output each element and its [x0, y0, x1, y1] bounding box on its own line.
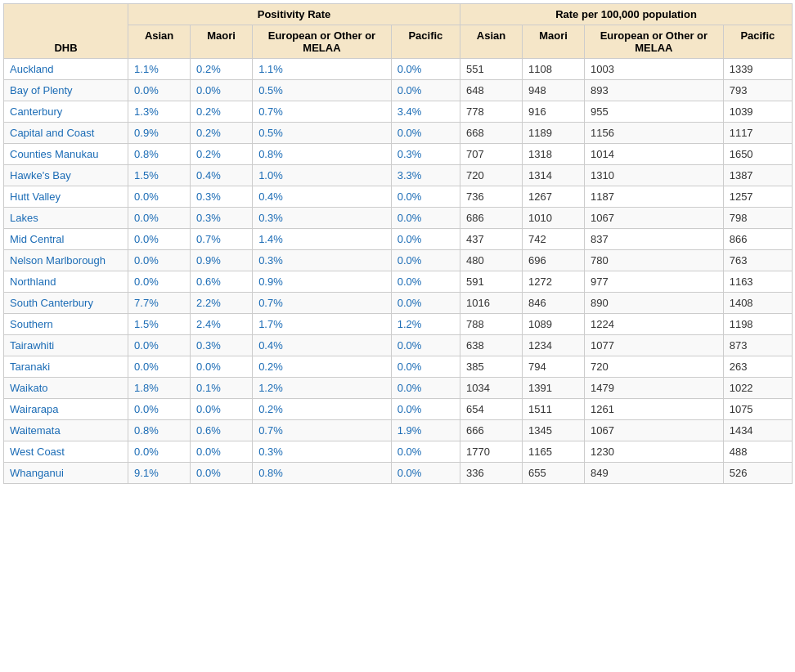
r-asian-cell: 480 [460, 250, 522, 271]
p-asian-cell: 1.1% [128, 59, 191, 80]
p-asian-cell: 0.0% [128, 186, 191, 208]
p-euro-cell: 0.2% [253, 399, 392, 420]
r-maori-cell: 1267 [523, 186, 585, 208]
r-maori-cell: 742 [523, 229, 585, 250]
dhb-cell: Nelson Marlborough [4, 250, 128, 271]
r-euro-cell: 977 [585, 271, 724, 293]
p-maori-cell: 0.6% [191, 271, 253, 293]
p-euro-cell: 0.8% [253, 463, 392, 484]
table-row: Waikato1.8%0.1%1.2%0.0%1034139114791022 [4, 378, 793, 399]
p-maori-cell: 0.6% [191, 420, 253, 441]
p-maori-cell: 0.0% [191, 80, 253, 101]
r-asian-cell: 707 [460, 144, 522, 165]
r-euro-header: European or Other or MELAA [585, 25, 724, 59]
r-asian-cell: 551 [460, 59, 522, 80]
p-pacific-cell: 0.0% [391, 378, 460, 399]
p-pacific-cell: 0.0% [391, 208, 460, 229]
p-pacific-header: Pacific [391, 25, 460, 59]
dhb-cell: Mid Central [4, 229, 128, 250]
p-pacific-cell: 1.9% [391, 420, 460, 441]
r-asian-cell: 591 [460, 271, 522, 293]
p-pacific-cell: 0.0% [391, 293, 460, 314]
p-asian-cell: 0.8% [128, 144, 191, 165]
r-pacific-cell: 526 [723, 463, 792, 484]
p-euro-cell: 0.3% [253, 441, 392, 463]
dhb-cell: Hawke's Bay [4, 165, 128, 186]
r-euro-cell: 720 [585, 356, 724, 378]
r-asian-cell: 638 [460, 335, 522, 356]
p-asian-header: Asian [128, 25, 191, 59]
p-maori-cell: 0.0% [191, 399, 253, 420]
p-maori-cell: 0.0% [191, 441, 253, 463]
p-pacific-cell: 0.0% [391, 80, 460, 101]
r-pacific-cell: 1117 [723, 123, 792, 144]
p-pacific-cell: 3.3% [391, 165, 460, 186]
r-maori-header: Maori [523, 25, 585, 59]
p-asian-cell: 0.0% [128, 441, 191, 463]
r-pacific-cell: 1022 [723, 378, 792, 399]
p-euro-cell: 0.9% [253, 271, 392, 293]
r-pacific-cell: 1387 [723, 165, 792, 186]
r-pacific-cell: 1650 [723, 144, 792, 165]
r-euro-cell: 1310 [585, 165, 724, 186]
p-euro-cell: 0.5% [253, 80, 392, 101]
r-pacific-cell: 1257 [723, 186, 792, 208]
p-pacific-cell: 0.0% [391, 335, 460, 356]
p-euro-cell: 1.0% [253, 165, 392, 186]
p-pacific-cell: 0.0% [391, 463, 460, 484]
p-maori-cell: 0.1% [191, 378, 253, 399]
p-asian-cell: 9.1% [128, 463, 191, 484]
r-euro-cell: 837 [585, 229, 724, 250]
dhb-cell: South Canterbury [4, 293, 128, 314]
r-asian-cell: 1770 [460, 441, 522, 463]
r-pacific-cell: 798 [723, 208, 792, 229]
p-maori-cell: 0.0% [191, 356, 253, 378]
r-euro-cell: 1230 [585, 441, 724, 463]
p-pacific-cell: 1.2% [391, 314, 460, 335]
p-pacific-cell: 0.0% [391, 59, 460, 80]
r-asian-cell: 788 [460, 314, 522, 335]
r-maori-cell: 948 [523, 80, 585, 101]
r-maori-cell: 1189 [523, 123, 585, 144]
table-row: Hutt Valley0.0%0.3%0.4%0.0%7361267118712… [4, 186, 793, 208]
dhb-cell: Capital and Coast [4, 123, 128, 144]
r-maori-cell: 1314 [523, 165, 585, 186]
table-row: Northland0.0%0.6%0.9%0.0%59112729771163 [4, 271, 793, 293]
dhb-cell: Bay of Plenty [4, 80, 128, 101]
table-row: Wairarapa0.0%0.0%0.2%0.0%654151112611075 [4, 399, 793, 420]
r-asian-cell: 778 [460, 101, 522, 123]
p-euro-cell: 1.7% [253, 314, 392, 335]
p-pacific-cell: 0.3% [391, 144, 460, 165]
r-euro-cell: 1014 [585, 144, 724, 165]
p-maori-cell: 0.3% [191, 208, 253, 229]
table-row: Auckland1.1%0.2%1.1%0.0%551110810031339 [4, 59, 793, 80]
table-row: Bay of Plenty0.0%0.0%0.5%0.0%64894889379… [4, 80, 793, 101]
r-euro-cell: 890 [585, 293, 724, 314]
dhb-cell: Counties Manukau [4, 144, 128, 165]
dhb-cell: Southern [4, 314, 128, 335]
dhb-cell: Canterbury [4, 101, 128, 123]
dhb-cell: Whanganui [4, 463, 128, 484]
p-euro-cell: 0.3% [253, 250, 392, 271]
p-maori-cell: 0.2% [191, 101, 253, 123]
r-asian-cell: 1034 [460, 378, 522, 399]
r-maori-cell: 1234 [523, 335, 585, 356]
p-pacific-cell: 3.4% [391, 101, 460, 123]
p-pacific-cell: 0.0% [391, 123, 460, 144]
table-row: Southern1.5%2.4%1.7%1.2%788108912241198 [4, 314, 793, 335]
p-euro-cell: 0.3% [253, 208, 392, 229]
p-asian-cell: 0.0% [128, 229, 191, 250]
p-asian-cell: 0.8% [128, 420, 191, 441]
r-pacific-cell: 488 [723, 441, 792, 463]
r-asian-cell: 720 [460, 165, 522, 186]
r-pacific-cell: 873 [723, 335, 792, 356]
table-row: Canterbury1.3%0.2%0.7%3.4%7789169551039 [4, 101, 793, 123]
p-asian-cell: 1.5% [128, 165, 191, 186]
p-pacific-cell: 0.0% [391, 271, 460, 293]
table-row: Nelson Marlborough0.0%0.9%0.3%0.0%480696… [4, 250, 793, 271]
r-pacific-cell: 1339 [723, 59, 792, 80]
r-maori-cell: 1511 [523, 399, 585, 420]
p-asian-cell: 1.3% [128, 101, 191, 123]
dhb-cell: Hutt Valley [4, 186, 128, 208]
p-euro-cell: 1.1% [253, 59, 392, 80]
